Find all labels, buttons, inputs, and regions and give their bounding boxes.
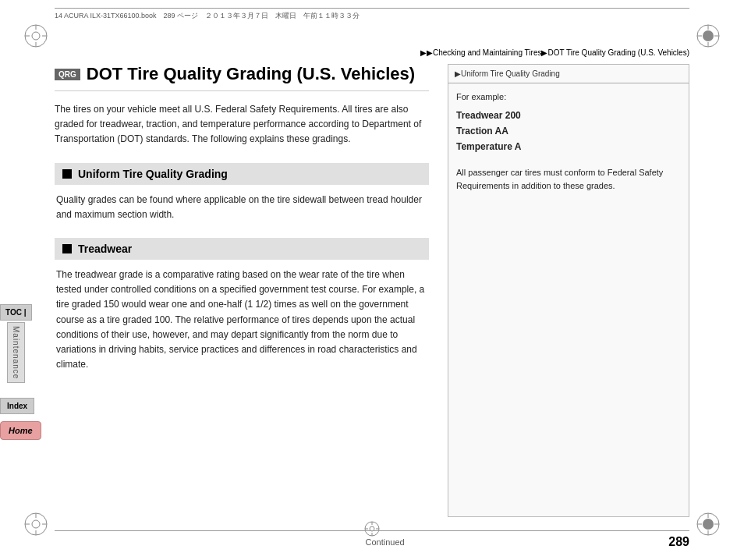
intro-text: The tires on your vehicle meet all U.S. … xyxy=(55,102,429,147)
corner-decoration-bl xyxy=(22,510,50,538)
right-panel: ▶Uniform Tire Quality Grading For exampl… xyxy=(448,64,689,517)
title-text: DOT Tire Quality Grading (U.S. Vehicles) xyxy=(87,64,415,84)
page-title: QRG DOT Tire Quality Grading (U.S. Vehic… xyxy=(55,64,429,91)
qrg-badge: QRG xyxy=(55,69,80,80)
right-panel-body: For example: Treadwear 200 Traction AA T… xyxy=(448,83,689,200)
section-heading-uniform-tire: Uniform Tire Quality Grading xyxy=(78,168,228,180)
svg-point-13 xyxy=(32,520,40,528)
index-tab[interactable]: Index xyxy=(0,398,34,414)
home-tab[interactable]: Home xyxy=(0,421,41,440)
breadcrumb: ▶▶Checking and Maintaining Tires▶DOT Tir… xyxy=(420,48,689,57)
left-panel: QRG DOT Tire Quality Grading (U.S. Vehic… xyxy=(55,64,429,517)
corner-decoration-tr xyxy=(694,22,722,50)
continued-text: Continued xyxy=(101,537,668,547)
example-treadwear: Treadwear 200 xyxy=(456,108,681,123)
svg-point-1 xyxy=(32,32,40,40)
toc-label[interactable]: TOC | xyxy=(0,304,32,321)
section-body-treadwear: The treadwear grade is a comparative rat… xyxy=(55,268,429,372)
section-heading-treadwear: Treadwear xyxy=(78,243,132,255)
toc-tab[interactable]: TOC | Maintenance xyxy=(0,304,32,383)
right-panel-header-text: ▶Uniform Tire Quality Grading xyxy=(455,69,560,78)
section-body-uniform-tire: Quality grades can be found where applic… xyxy=(55,193,429,222)
section-header-treadwear: Treadwear xyxy=(55,238,429,260)
corner-decoration-br xyxy=(694,510,722,538)
section-header-uniform-tire: Uniform Tire Quality Grading xyxy=(55,163,429,185)
right-panel-header: ▶Uniform Tire Quality Grading xyxy=(448,65,689,83)
bottom-bar: Continued 289 xyxy=(55,530,689,549)
svg-point-19 xyxy=(703,519,714,530)
svg-point-7 xyxy=(703,30,714,41)
maintenance-label[interactable]: Maintenance xyxy=(7,322,25,383)
example-traction: Traction AA xyxy=(456,123,681,139)
black-square-icon-2 xyxy=(62,244,72,253)
page-number: 289 xyxy=(668,535,689,549)
right-panel-note: All passenger car tires must conform to … xyxy=(456,166,681,193)
black-square-icon xyxy=(62,169,72,179)
corner-decoration-tl xyxy=(22,22,50,50)
top-metadata: 14 ACURA ILX-31TX66100.book 289 ページ ２０１３… xyxy=(55,8,689,21)
example-label: For example: xyxy=(456,90,681,105)
example-temperature: Temperature A xyxy=(456,139,681,154)
main-content: QRG DOT Tire Quality Grading (U.S. Vehic… xyxy=(55,64,689,517)
